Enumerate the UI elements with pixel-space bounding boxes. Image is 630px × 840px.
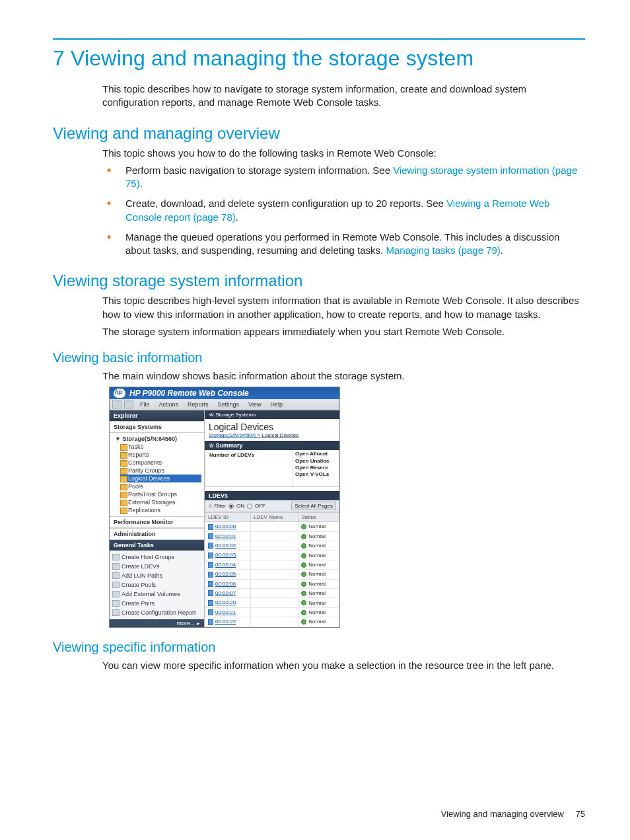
col-status[interactable]: Status <box>298 513 339 522</box>
status-dot-icon <box>301 591 306 596</box>
table-row[interactable]: 00:00:21Normal <box>205 607 339 617</box>
cell-ldev-name <box>251 579 298 588</box>
general-tasks-header: General Tasks <box>110 540 204 551</box>
nav-back-button[interactable] <box>112 401 122 408</box>
breadcrumb-storage-link[interactable]: Storage(S/N:64560) <box>209 432 256 438</box>
viewinfo-p1: This topic describes high-level system i… <box>102 294 585 321</box>
status-dot-icon <box>301 582 306 587</box>
table-row[interactable]: 00:00:06Normal <box>205 579 339 588</box>
cell-ldev-id[interactable]: 00:00:05 <box>205 570 251 579</box>
summary-open-unallocated: Open Unalloc <box>295 458 337 465</box>
cell-ldev-id[interactable]: 00:00:22 <box>205 617 251 627</box>
summary-body: Number of LDEVs Open Allocat Open Unallo… <box>205 450 339 487</box>
cell-ldev-id[interactable]: 00:00:03 <box>205 551 251 560</box>
table-row[interactable]: 00:00:03Normal <box>205 551 339 560</box>
storage-systems-crumb[interactable]: ≪ Storage Systems <box>205 410 339 419</box>
cell-status: Normal <box>298 607 339 617</box>
filter-on-label: ON <box>236 503 244 509</box>
bullet-2-text-b: . <box>236 211 238 223</box>
table-row[interactable]: 00:00:22Normal <box>205 617 339 627</box>
link-managing-tasks[interactable]: Managing tasks (page 79) <box>386 245 500 256</box>
right-heading: Logical Devices <box>205 419 339 432</box>
menu-actions[interactable]: Actions <box>155 401 183 408</box>
table-row[interactable]: 00:00:00Normal <box>205 522 339 531</box>
tree-tasks[interactable]: Tasks <box>120 443 201 451</box>
bullet-1: Perform basic navigation to storage syst… <box>125 164 585 191</box>
summary-header[interactable]: ☆ Summary <box>205 441 339 450</box>
cell-ldev-id[interactable]: 00:00:00 <box>205 522 251 531</box>
shot-right-pane: ≪ Storage Systems Logical Devices Storag… <box>205 410 339 627</box>
status-dot-icon <box>301 600 306 605</box>
ldev-icon <box>208 590 213 596</box>
cell-ldev-id[interactable]: 00:00:21 <box>205 607 251 617</box>
performance-monitor-header[interactable]: Performance Monitor <box>110 516 204 528</box>
tree-parity-groups[interactable]: Parity Groups <box>120 467 201 475</box>
tree-components[interactable]: Components <box>120 459 201 467</box>
table-row[interactable]: 00:00:07Normal <box>205 588 339 597</box>
menu-file[interactable]: File <box>136 401 154 408</box>
storage-systems-header[interactable]: Storage Systems <box>110 421 204 433</box>
menu-view[interactable]: View <box>244 401 265 408</box>
ldev-table: LDEV ID LDEV Name Status 00:00:00Normal0… <box>205 512 339 627</box>
summary-open-reserved: Open Reserv <box>295 465 337 471</box>
nav-forward-button[interactable] <box>124 401 133 408</box>
menu-help[interactable]: Help <box>266 401 287 408</box>
tree-pools[interactable]: Pools <box>120 482 201 490</box>
cell-status: Normal <box>298 617 339 627</box>
basic-info-p: The main window shows basic information … <box>102 369 585 383</box>
status-dot-icon <box>301 562 306 568</box>
tree-ports-host-groups[interactable]: Ports/Host Groups <box>120 490 201 498</box>
cell-ldev-id[interactable]: 00:00:07 <box>205 588 251 597</box>
filter-on-radio[interactable] <box>228 504 234 509</box>
task-create-pairs[interactable]: Create Pairs <box>112 599 201 608</box>
footer-section: Viewing and managing overview <box>441 809 564 819</box>
task-create-host-groups[interactable]: Create Host Groups <box>112 553 201 562</box>
tree-root[interactable]: ▼ Storage(S/N:64560) <box>114 435 201 443</box>
status-dot-icon <box>301 610 306 615</box>
intro-paragraph: This topic describes how to navigate to … <box>102 83 585 110</box>
task-create-ldevs[interactable]: Create LDEVs <box>112 562 201 571</box>
footer-page-number: 75 <box>576 809 585 819</box>
summary-right-col: Open Allocat Open Unalloc Open Reserv Op… <box>293 450 339 486</box>
task-create-pools[interactable]: Create Pools <box>112 580 201 590</box>
table-row[interactable]: 00:00:20Normal <box>205 598 339 607</box>
table-row[interactable]: 00:00:02Normal <box>205 541 339 551</box>
task-add-lun-paths[interactable]: Add LUN Paths <box>112 571 201 580</box>
cell-ldev-id[interactable]: 00:00:01 <box>205 531 251 541</box>
table-row[interactable]: 00:00:01Normal <box>205 531 339 541</box>
tree-root-label: Storage(S/N:64560) <box>122 436 177 442</box>
col-ldev-id[interactable]: LDEV ID <box>205 513 251 522</box>
task-create-config-report[interactable]: Create Configuration Report <box>112 608 201 617</box>
cell-ldev-id[interactable]: 00:00:04 <box>205 560 251 569</box>
table-row[interactable]: 00:00:05Normal <box>205 570 339 579</box>
table-row[interactable]: 00:00:04Normal <box>205 560 339 569</box>
bullet-1-text-a: Perform basic navigation to storage syst… <box>125 165 393 176</box>
cell-ldev-id[interactable]: 00:00:06 <box>205 579 251 588</box>
menu-settings[interactable]: Settings <box>214 401 244 408</box>
filter-off-label: OFF <box>255 503 265 509</box>
task-add-external-volumes[interactable]: Add External Volumes <box>112 590 201 599</box>
shot-titlebar: HP P9000 Remote Web Console <box>110 387 339 399</box>
cell-status: Normal <box>298 560 339 569</box>
cell-status: Normal <box>298 598 339 607</box>
more-link[interactable]: more... ▸ <box>110 619 204 627</box>
cell-ldev-id[interactable]: 00:00:20 <box>205 598 251 607</box>
heading-view-storage-info: Viewing storage system information <box>53 272 585 290</box>
tree-logical-devices[interactable]: Logical Devices <box>120 475 201 482</box>
tree-reports[interactable]: Reports <box>120 451 201 459</box>
ldevs-header: LDEVs <box>205 491 339 500</box>
administration-header[interactable]: Administration <box>110 528 204 540</box>
filter-off-radio[interactable] <box>247 504 252 509</box>
cell-ldev-name <box>251 541 298 551</box>
tree-external-storages[interactable]: External Storages <box>120 498 201 506</box>
col-ldev-name[interactable]: LDEV Name <box>251 513 298 522</box>
cell-ldev-name <box>251 617 298 627</box>
heading-overview: Viewing and managing overview <box>53 124 585 143</box>
cell-status: Normal <box>298 579 339 588</box>
menu-reports[interactable]: Reports <box>184 401 213 408</box>
viewinfo-p2: The storage system information appears i… <box>102 325 585 338</box>
bullet-1-text-b: . <box>140 178 143 189</box>
tree-replications[interactable]: Replications <box>120 506 201 514</box>
select-all-pages-button[interactable]: Select All Pages <box>291 502 336 510</box>
cell-ldev-id[interactable]: 00:00:02 <box>205 541 251 551</box>
